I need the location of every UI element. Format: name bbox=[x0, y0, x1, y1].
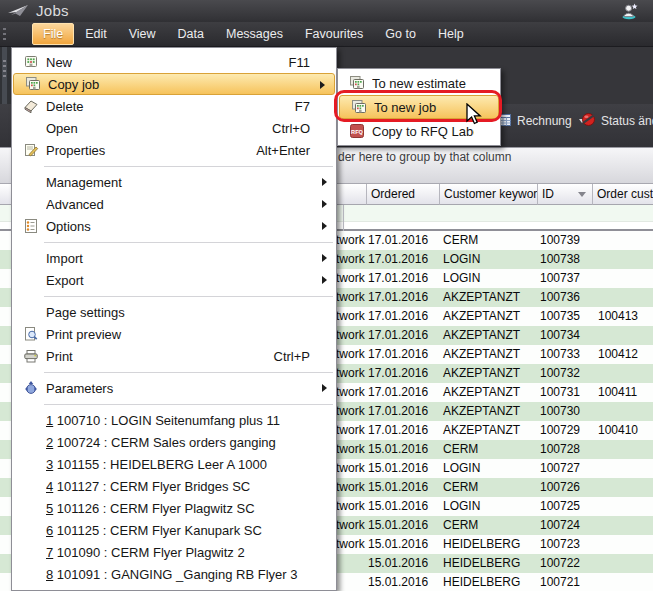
submenu-arrow-icon bbox=[322, 178, 327, 186]
menu-item-import[interactable]: Import bbox=[12, 247, 336, 269]
cell-ordered: 15.01.2016 bbox=[368, 440, 428, 459]
status-change-button[interactable]: Status änd bbox=[580, 109, 653, 133]
menu-item-label: 8 101091 : GANGING _Ganging RB Flyer 3 bbox=[46, 567, 310, 582]
window-title: Jobs bbox=[36, 2, 69, 19]
cell-customer-keyword: AKZEPTANZT bbox=[443, 288, 520, 307]
menubar-item-view[interactable]: View bbox=[118, 23, 167, 45]
cell-ordered: 17.01.2016 bbox=[368, 269, 428, 288]
cell-id: 100732 bbox=[540, 364, 580, 383]
cell-ordered: 15.01.2016 bbox=[368, 459, 428, 478]
cell-id: 100724 bbox=[540, 516, 580, 535]
recent-job-item-4[interactable]: 4 101127 : CERM Flyer Bridges SC bbox=[12, 475, 336, 497]
dock-grip[interactable] bbox=[3, 60, 6, 78]
submenu-arrow-icon bbox=[322, 254, 327, 262]
cell-ordered: 15.01.2016 bbox=[368, 554, 428, 573]
cell-id: 100736 bbox=[540, 288, 580, 307]
menu-item-parameters[interactable]: Parameters bbox=[12, 377, 336, 399]
menu-item-print-preview[interactable]: Print preview bbox=[12, 323, 336, 345]
recent-job-item-6[interactable]: 6 101125 : CERM Flyer Kanupark SC bbox=[12, 519, 336, 541]
eraser-icon bbox=[15, 98, 46, 114]
menu-item-export[interactable]: Export bbox=[12, 269, 336, 291]
cell-ordered: 15.01.2016 bbox=[368, 497, 428, 516]
menubar-item-file[interactable]: File bbox=[32, 23, 74, 45]
file-menu: NewF11Copy jobDeleteF7OpenCtrl+OProperti… bbox=[11, 47, 337, 591]
cell-customer-keyword: CERM bbox=[443, 231, 478, 250]
recent-job-item-3[interactable]: 3 101155 : HEIDELBERG Leer A 1000 bbox=[12, 453, 336, 475]
menu-item-print[interactable]: PrintCtrl+P bbox=[12, 345, 336, 367]
rfq-icon: RFQ bbox=[341, 123, 372, 139]
cell-ordered: 17.01.2016 bbox=[368, 345, 428, 364]
cell-ordered: 15.01.2016 bbox=[368, 573, 428, 591]
cell-id: 100728 bbox=[540, 440, 580, 459]
menu-item-advanced[interactable]: Advanced bbox=[12, 193, 336, 215]
column-header-customer-keyword[interactable]: Customer keyword bbox=[440, 184, 538, 205]
menu-item-properties[interactable]: PropertiesAlt+Enter bbox=[12, 139, 336, 161]
menu-item-open[interactable]: OpenCtrl+O bbox=[12, 117, 336, 139]
cell-customer-keyword: HEIDELBERG bbox=[443, 573, 520, 591]
cell-status: twork bbox=[336, 269, 365, 288]
menubar-item-edit[interactable]: Edit bbox=[74, 23, 118, 45]
menu-item-copy-job[interactable]: Copy job bbox=[13, 73, 335, 95]
cell-customer-keyword: AKZEPTANZT bbox=[443, 326, 520, 345]
cell-order-customer: 100413 bbox=[598, 307, 638, 326]
column-header-id[interactable]: ID bbox=[538, 184, 593, 205]
cell-order-customer: 100411 bbox=[598, 383, 637, 402]
cell-status: twork bbox=[336, 364, 365, 383]
menubar-item-go-to[interactable]: Go to bbox=[374, 23, 427, 45]
cell-id: 100723 bbox=[540, 535, 580, 554]
options-icon bbox=[15, 218, 46, 234]
sort-desc-icon bbox=[578, 192, 586, 197]
cell-order-customer: 100412 bbox=[598, 345, 638, 364]
cell-id: 100725 bbox=[540, 497, 580, 516]
cell-status: twork bbox=[336, 307, 365, 326]
rechnung-label: Rechnung bbox=[517, 114, 572, 128]
cell-id: 100735 bbox=[540, 307, 580, 326]
menu-item-delete[interactable]: DeleteF7 bbox=[12, 95, 336, 117]
recent-job-item-7[interactable]: 7 101090 : CERM Flyer Plagwitz 2 bbox=[12, 541, 336, 563]
menubar-item-help[interactable]: Help bbox=[427, 23, 475, 45]
menu-item-label: 1 100710 : LOGIN Seitenumfang plus 11 bbox=[46, 413, 310, 428]
menu-item-label: 4 101127 : CERM Flyer Bridges SC bbox=[46, 479, 310, 494]
menu-item-options[interactable]: Options bbox=[12, 215, 336, 237]
menu-item-page-settings[interactable]: Page settings bbox=[12, 301, 336, 323]
cell-ordered: 17.01.2016 bbox=[368, 326, 428, 345]
cell-customer-keyword: AKZEPTANZT bbox=[443, 421, 520, 440]
cell-id: 100727 bbox=[540, 459, 580, 478]
column-header-order-custo[interactable]: Order custo bbox=[593, 184, 653, 205]
recent-job-item-2[interactable]: 2 100724 : CERM Sales orders ganging bbox=[12, 431, 336, 453]
column-header-ordered[interactable]: Ordered bbox=[367, 184, 440, 205]
menu-item-management[interactable]: Management bbox=[12, 171, 336, 193]
submenu-arrow-icon bbox=[322, 384, 327, 392]
cell-customer-keyword: LOGIN bbox=[443, 269, 480, 288]
recent-job-item-8[interactable]: 8 101091 : GANGING _Ganging RB Flyer 3 bbox=[12, 563, 336, 585]
menubar-item-data[interactable]: Data bbox=[167, 23, 215, 45]
recent-job-item-5[interactable]: 5 101126 : CERM Flyer Plagwitz SC bbox=[12, 497, 336, 519]
user-icon[interactable] bbox=[620, 2, 638, 24]
menu-separator bbox=[12, 399, 336, 409]
cell-status: twork bbox=[336, 231, 365, 250]
cell-order-customer: 100410 bbox=[598, 421, 638, 440]
menubar-item-messages[interactable]: Messages bbox=[215, 23, 294, 45]
app-icon bbox=[7, 3, 31, 23]
menu-item-new[interactable]: NewF11 bbox=[12, 51, 336, 73]
menubar-item-favourites[interactable]: Favourites bbox=[294, 23, 374, 45]
new-job-icon bbox=[15, 54, 46, 70]
cell-id: 100722 bbox=[540, 554, 580, 573]
cell-id: 100738 bbox=[540, 250, 580, 269]
cell-status: twork bbox=[336, 326, 365, 345]
cell-status: twork bbox=[336, 402, 365, 421]
cell-ordered: 17.01.2016 bbox=[368, 383, 428, 402]
recent-job-item-1[interactable]: 1 100710 : LOGIN Seitenumfang plus 11 bbox=[12, 409, 336, 431]
menu-item-label: 5 101126 : CERM Flyer Plagwitz SC bbox=[46, 501, 310, 516]
rechnung-button[interactable]: Rechnung bbox=[497, 109, 585, 133]
cell-status: twork bbox=[336, 288, 365, 307]
cell-customer-keyword: LOGIN bbox=[443, 497, 480, 516]
cell-status: twork bbox=[336, 383, 365, 402]
cell-customer-keyword: AKZEPTANZT bbox=[443, 345, 520, 364]
cell-status: twork bbox=[336, 535, 365, 554]
cell-status: twork bbox=[336, 478, 365, 497]
menubar: FileEditViewDataMessagesFavouritesGo toH… bbox=[0, 22, 653, 47]
menu-item-label: Options bbox=[46, 219, 310, 234]
menu-item-label: To new estimate bbox=[372, 76, 474, 91]
status-change-label: Status änd bbox=[601, 114, 653, 128]
